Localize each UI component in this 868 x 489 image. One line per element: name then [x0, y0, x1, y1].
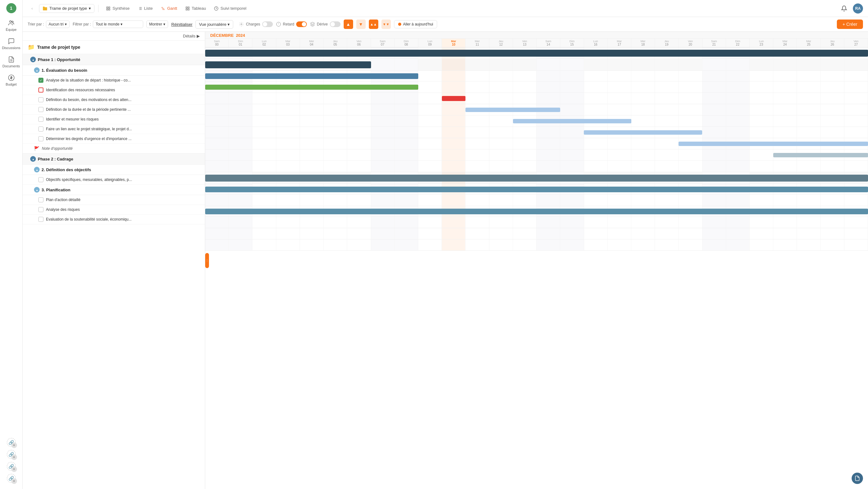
user-avatar[interactable]: RA [853, 3, 863, 13]
sidebar-item-discussions[interactable]: Discussions [2, 35, 21, 52]
retard-toggle[interactable] [296, 21, 307, 27]
reinitialiser-button[interactable]: Réinitialiser [171, 22, 192, 27]
gantt-cell-2-26 [821, 71, 844, 81]
gantt-cell-10-8 [395, 161, 418, 172]
subgroup-row-3[interactable]: ▴ 3. Planification [23, 185, 205, 195]
phase-row-2[interactable]: ▴ Phase 2 : Cadrage [23, 154, 205, 164]
sidebar-item-equipe[interactable]: Équipe [2, 17, 21, 34]
sg2-collapse[interactable]: ▴ [34, 167, 40, 173]
charges-toggle[interactable] [262, 21, 273, 27]
gantt-day-23: Lun23 [750, 39, 773, 47]
gantt-cell-4-8 [395, 93, 418, 104]
task2-name: Identification des ressources nécessaire… [46, 88, 115, 92]
gantt-cell-16-26 [821, 228, 844, 239]
link-add-3[interactable]: + [11, 466, 17, 472]
phase-row-1[interactable]: ▴ Phase 1 : Opportunité [23, 54, 205, 65]
phase2-collapse[interactable]: ▴ [30, 156, 36, 162]
task6-checkbox[interactable] [38, 126, 43, 131]
task-row-6[interactable]: Faire un lien avec le projet stratégique… [23, 124, 205, 134]
task11-checkbox[interactable] [38, 217, 43, 222]
gantt-cell-5-8 [395, 104, 418, 115]
sg3-collapse[interactable]: ▴ [34, 187, 40, 192]
link-add-2[interactable]: + [11, 454, 17, 460]
filtrer-select[interactable]: Tout le monde ▾ [93, 21, 143, 28]
sidebar-item-budget[interactable]: Budget [2, 72, 21, 89]
gantt-cell-16-8 [395, 228, 418, 239]
notification-bell[interactable] [839, 3, 849, 13]
gantt-cell-6-24 [773, 116, 797, 126]
task9-checkbox[interactable] [38, 197, 43, 202]
task7-checkbox[interactable] [38, 136, 43, 141]
task-row-5[interactable]: Identifier et mesurer les risques [23, 115, 205, 124]
divider-handle[interactable]: ⋮ [205, 253, 209, 268]
task3-checkbox[interactable] [38, 97, 43, 102]
back-button[interactable]: ‹ [28, 4, 36, 13]
gantt-cell-17-0 [205, 240, 229, 250]
task1-checkbox[interactable]: ✓ [38, 78, 43, 83]
arrow-up2-button[interactable]: ▲▲ [369, 20, 378, 29]
create-button[interactable]: + Créer [837, 20, 863, 29]
task-row-2[interactable]: Identification des ressources nécessaire… [23, 85, 205, 95]
task2-checkbox[interactable] [38, 88, 43, 93]
sidebar-link-4[interactable]: 🔗 + [7, 474, 16, 483]
task10-checkbox[interactable] [38, 207, 43, 212]
task-row-10[interactable]: Analyse des risques [23, 205, 205, 215]
gantt-cell-4-11 [465, 93, 489, 104]
gantt-cell-7-6 [347, 127, 371, 138]
link-add-4[interactable]: + [11, 478, 17, 484]
gantt-cell-9-5 [323, 150, 347, 160]
gantt-cell-15-13 [513, 217, 536, 228]
day-name-26: Jeu [821, 40, 844, 43]
task8-checkbox[interactable] [38, 177, 43, 182]
day-num-01: 01 [229, 43, 252, 46]
arrow-down2-button[interactable]: ▼▼ [381, 20, 391, 29]
task4-checkbox[interactable] [38, 107, 43, 112]
gantt-cell-4-9 [418, 93, 442, 104]
task-row-1[interactable]: ✓ Analyse de la situation de départ : hi… [23, 75, 205, 85]
arrow-down-button[interactable]: ▼ [356, 20, 366, 29]
task-row-3[interactable]: Définition du besoin, des motivations et… [23, 95, 205, 105]
sidebar-link-2[interactable]: 🔗 + [7, 450, 16, 459]
gantt-cell-7-13 [513, 127, 536, 138]
gantt-cell-6-20 [679, 116, 702, 126]
task-row-9[interactable]: Plan d'action détaillé [23, 195, 205, 205]
project-selector[interactable]: Trame de projet type ▾ [39, 4, 94, 13]
details-button[interactable]: Détails ▶ [183, 34, 200, 38]
derive-toggle[interactable] [330, 21, 341, 27]
derive-toggle-thumb [331, 22, 335, 26]
today-button[interactable]: Aller à aujourd'hui [394, 20, 437, 28]
gantt-cell-9-21 [703, 150, 726, 160]
tab-suivi[interactable]: Suivi temporel [210, 4, 250, 12]
trier-select[interactable]: Aucun tri ▾ [46, 21, 69, 28]
sg1-collapse[interactable]: ▴ [34, 67, 40, 73]
gantt-cell-1-26 [821, 59, 844, 70]
montrer-select[interactable]: Montrer ▾ [146, 21, 168, 28]
gantt-cell-15-5 [323, 217, 347, 228]
sidebar-item-documents[interactable]: Documents [2, 54, 21, 70]
gantt-day-21: Sam21 [703, 39, 726, 47]
sidebar-link-1[interactable]: 🔗 + [7, 438, 16, 447]
charges-icon [239, 22, 244, 27]
gantt-row-16 [205, 228, 868, 240]
tab-gantt[interactable]: Gantt [157, 4, 181, 12]
tab-tableau[interactable]: Tableau [182, 4, 210, 12]
gantt-bar-1 [205, 61, 371, 68]
sidebar-link-3[interactable]: 🔗 + [7, 462, 16, 471]
scroll-to-bottom[interactable] [851, 472, 863, 484]
gantt-cell-13-23 [750, 195, 773, 206]
link-add-1[interactable]: + [11, 442, 17, 448]
subgroup-row-2[interactable]: ▴ 2. Définition des objectifs [23, 164, 205, 175]
task-row-7[interactable]: Déterminer les degrés d'urgence et d'imp… [23, 134, 205, 144]
tab-synthese[interactable]: Synthèse [102, 4, 133, 12]
sidebar-label-equipe: Équipe [6, 28, 17, 31]
subgroup-row-1[interactable]: ▴ 1. Évaluation du besoin [23, 65, 205, 75]
charges-toggle-thumb [263, 22, 267, 26]
arrow-up-button[interactable]: ▲ [344, 20, 353, 29]
task-row-11[interactable]: Evaluation de la soutenabilité sociale, … [23, 215, 205, 224]
tab-liste[interactable]: Liste [134, 4, 156, 12]
task-row-4[interactable]: Définition de la durée et de la période … [23, 105, 205, 115]
task-row-8[interactable]: Objectifs spécifiques, mesurables, attei… [23, 175, 205, 185]
phase1-collapse[interactable]: ▴ [30, 57, 36, 62]
vue-select[interactable]: Vue journalière ▾ [195, 20, 233, 29]
task5-checkbox[interactable] [38, 117, 43, 122]
